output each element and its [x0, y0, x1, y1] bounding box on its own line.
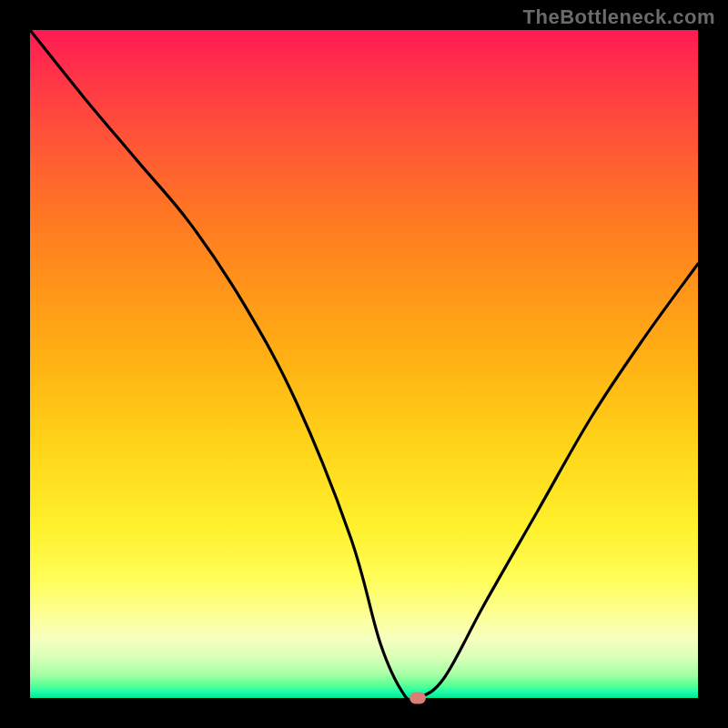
- watermark-text: TheBottleneck.com: [523, 5, 715, 29]
- optimal-point-marker: [410, 693, 426, 704]
- bottleneck-curve: [30, 30, 698, 698]
- chart-frame: TheBottleneck.com: [0, 0, 728, 728]
- plot-area: [30, 30, 698, 698]
